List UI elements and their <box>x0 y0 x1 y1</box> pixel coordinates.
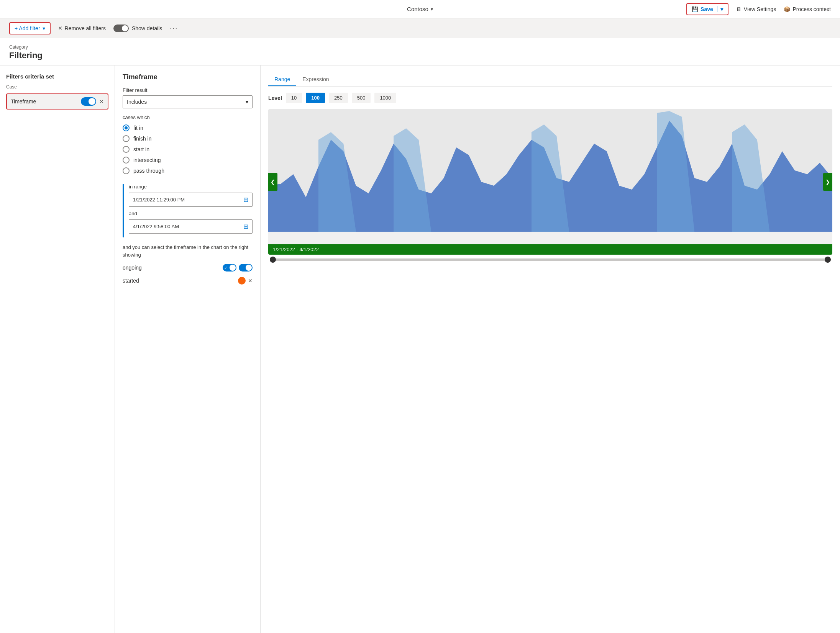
level-100-button[interactable]: 100 <box>306 93 325 103</box>
company-label: Contoso <box>407 6 428 12</box>
middle-panel: Timeframe Filter result Includes ▾ cases… <box>115 65 261 633</box>
save-disk-icon: 💾 <box>692 6 698 12</box>
ongoing-row: ongoing ✓ <box>123 264 253 272</box>
date-from-value: 1/21/2022 11:29:00 PM <box>133 197 185 203</box>
started-toggle[interactable] <box>238 277 246 285</box>
chart-nav-right-button[interactable]: ❯ <box>823 173 832 191</box>
view-settings-link[interactable]: 🖥 View Settings <box>736 6 776 12</box>
filter-item-toggle[interactable] <box>81 97 96 106</box>
filter-item-actions: ✕ <box>81 97 104 106</box>
radio-group: fit in finish in start in intersecting p… <box>123 123 253 176</box>
chart-footer: 1/21/2022 - 4/1/2022 <box>268 244 832 255</box>
company-name-area[interactable]: Contoso ▾ <box>407 6 433 12</box>
ongoing-toggle[interactable]: ✓ <box>223 264 236 272</box>
level-10-button[interactable]: 10 <box>286 93 302 103</box>
slider-row <box>268 258 832 261</box>
calendar-icon-to[interactable]: ⊞ <box>243 223 248 230</box>
radio-start-in-outer <box>123 146 130 153</box>
radio-fit-in[interactable]: fit in <box>123 123 253 133</box>
ongoing-controls: ✓ <box>223 264 253 272</box>
chart-svg <box>268 109 832 232</box>
save-label: Save <box>701 6 713 12</box>
blue-bar-section: in range 1/21/2022 11:29:00 PM ⊞ and 4/1… <box>123 184 253 237</box>
save-button[interactable]: 💾 Save ▾ <box>686 3 728 15</box>
chart-nav-left-button[interactable]: ❮ <box>268 173 277 191</box>
filter-result-dropdown[interactable]: Includes ▾ <box>123 95 253 108</box>
right-panel: Range Expression Level 10 100 250 500 10… <box>261 65 840 633</box>
radio-start-in[interactable]: start in <box>123 144 253 155</box>
level-label: Level <box>268 95 282 101</box>
process-context-label: Process context <box>792 6 831 12</box>
level-1000-button[interactable]: 1000 <box>374 93 396 103</box>
toggle-on-knob <box>89 98 95 105</box>
filter-item-close-icon[interactable]: ✕ <box>99 98 104 105</box>
show-details-area: Show details <box>113 25 162 32</box>
date-to-input[interactable]: 4/1/2022 9:58:00 AM ⊞ <box>129 219 253 234</box>
save-dropdown-icon[interactable]: ▾ <box>717 6 723 12</box>
radio-finish-in-outer <box>123 135 130 142</box>
in-range-label: in range <box>129 184 253 190</box>
ongoing-blue-circle[interactable] <box>239 264 253 272</box>
filters-section-title: Filters criteria set <box>6 73 108 80</box>
ongoing-toggle-knob <box>230 265 236 271</box>
radio-intersecting[interactable]: intersecting <box>123 155 253 165</box>
page-header: Category Filtering <box>0 38 840 65</box>
timeframe-filter-item[interactable]: Timeframe ✕ <box>6 93 108 110</box>
radio-start-in-label: start in <box>133 146 149 152</box>
radio-pass-through[interactable]: pass through <box>123 165 253 176</box>
tabs-container: Range Expression <box>268 73 832 87</box>
left-panel: Filters criteria set Case Timeframe ✕ <box>0 65 115 633</box>
more-options-button[interactable]: ··· <box>170 24 178 32</box>
ongoing-label: ongoing <box>123 265 142 271</box>
slider-track[interactable] <box>270 258 831 261</box>
process-context-link[interactable]: 📦 Process context <box>784 6 831 12</box>
radio-fit-in-inner <box>125 126 128 129</box>
radio-pass-through-outer <box>123 167 130 174</box>
tab-range[interactable]: Range <box>268 73 296 86</box>
radio-finish-in[interactable]: finish in <box>123 133 253 144</box>
show-details-toggle[interactable] <box>113 25 129 32</box>
started-row: started ✕ <box>123 277 253 285</box>
level-500-button[interactable]: 500 <box>352 93 371 103</box>
cases-which-label: cases which <box>123 114 253 120</box>
ongoing-blue-knob <box>246 265 252 271</box>
radio-finish-in-label: finish in <box>133 136 151 142</box>
radio-fit-in-label: fit in <box>133 125 143 131</box>
chevron-down-icon[interactable]: ▾ <box>431 7 433 12</box>
filter-item-label: Timeframe <box>11 98 36 105</box>
calendar-icon-from[interactable]: ⊞ <box>243 196 248 203</box>
started-controls: ✕ <box>238 277 253 285</box>
top-nav: Contoso ▾ 💾 Save ▾ 🖥 View Settings 📦 Pro… <box>0 0 840 18</box>
main-content: Filters criteria set Case Timeframe ✕ Ti… <box>0 65 840 633</box>
check-icon: ✓ <box>223 266 227 270</box>
remove-all-filters-button[interactable]: ✕ Remove all filters <box>58 25 106 31</box>
tab-range-label: Range <box>274 76 290 82</box>
toolbar: + Add filter ▾ ✕ Remove all filters Show… <box>0 18 840 38</box>
radio-intersecting-label: intersecting <box>133 157 161 163</box>
date-from-input[interactable]: 1/21/2022 11:29:00 PM ⊞ <box>129 193 253 207</box>
level-250-button[interactable]: 250 <box>329 93 348 103</box>
page-title: Filtering <box>9 51 831 61</box>
view-settings-icon: 🖥 <box>736 6 742 12</box>
view-settings-label: View Settings <box>744 6 776 12</box>
process-context-icon: 📦 <box>784 6 790 12</box>
chart-date-range: 1/21/2022 - 4/1/2022 <box>273 247 319 252</box>
add-filter-button[interactable]: + Add filter ▾ <box>9 22 51 34</box>
started-close-icon[interactable]: ✕ <box>248 278 253 284</box>
level-row: Level 10 100 250 500 1000 <box>268 93 832 103</box>
radio-pass-through-label: pass through <box>133 168 164 174</box>
slider-handle-left[interactable] <box>270 257 276 263</box>
close-icon: ✕ <box>58 25 62 31</box>
category-label: Category <box>9 44 831 50</box>
tab-expression[interactable]: Expression <box>296 73 335 86</box>
radio-intersecting-outer <box>123 157 130 164</box>
slider-handle-right[interactable] <box>825 257 831 263</box>
add-filter-chevron-icon: ▾ <box>43 25 45 31</box>
case-sub-title: Case <box>6 84 108 90</box>
dropdown-chevron-icon: ▾ <box>246 99 248 105</box>
filter-result-label: Filter result <box>123 87 253 93</box>
toggle-knob <box>122 25 128 31</box>
and-label: and <box>129 211 253 216</box>
in-range-content: in range 1/21/2022 11:29:00 PM ⊞ and 4/1… <box>124 184 253 237</box>
filter-result-value: Includes <box>127 99 147 105</box>
